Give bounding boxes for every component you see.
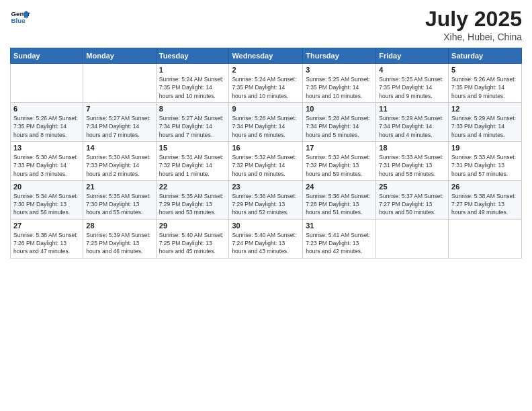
day-number: 26 xyxy=(451,183,519,191)
calendar-day-cell: 14Sunrise: 5:30 AM Sunset: 7:33 PM Dayli… xyxy=(83,141,156,180)
calendar-day-cell: 25Sunrise: 5:37 AM Sunset: 7:27 PM Dayli… xyxy=(376,180,449,219)
calendar-day-cell: 30Sunrise: 5:40 AM Sunset: 7:24 PM Dayli… xyxy=(229,219,303,258)
day-number: 23 xyxy=(232,183,300,191)
day-info: Sunrise: 5:38 AM Sunset: 7:26 PM Dayligh… xyxy=(13,231,80,256)
day-info: Sunrise: 5:25 AM Sunset: 7:35 PM Dayligh… xyxy=(306,75,373,100)
day-number: 18 xyxy=(379,144,445,152)
calendar-day-cell: 29Sunrise: 5:40 AM Sunset: 7:25 PM Dayli… xyxy=(156,219,229,258)
calendar-day-cell: 18Sunrise: 5:33 AM Sunset: 7:31 PM Dayli… xyxy=(376,141,449,180)
day-number: 25 xyxy=(379,183,445,191)
header: General Blue July 2025 Xihe, Hubei, Chin… xyxy=(10,7,522,42)
calendar-week-row: 27Sunrise: 5:38 AM Sunset: 7:26 PM Dayli… xyxy=(11,219,522,258)
weekday-header: Wednesday xyxy=(229,48,303,64)
day-info: Sunrise: 5:35 AM Sunset: 7:29 PM Dayligh… xyxy=(159,192,226,217)
day-info: Sunrise: 5:27 AM Sunset: 7:34 PM Dayligh… xyxy=(159,114,226,139)
day-number: 22 xyxy=(159,183,226,191)
calendar-day-cell: 19Sunrise: 5:33 AM Sunset: 7:31 PM Dayli… xyxy=(449,141,522,180)
day-number: 11 xyxy=(379,105,445,113)
calendar-day-cell: 24Sunrise: 5:36 AM Sunset: 7:28 PM Dayli… xyxy=(303,180,376,219)
calendar-day-cell: 11Sunrise: 5:29 AM Sunset: 7:34 PM Dayli… xyxy=(376,102,449,141)
calendar-day-cell: 16Sunrise: 5:32 AM Sunset: 7:32 PM Dayli… xyxy=(229,141,303,180)
calendar-day-cell: 17Sunrise: 5:32 AM Sunset: 7:32 PM Dayli… xyxy=(303,141,376,180)
day-number: 27 xyxy=(13,222,80,230)
day-number: 16 xyxy=(232,144,300,152)
day-info: Sunrise: 5:30 AM Sunset: 7:33 PM Dayligh… xyxy=(86,153,152,178)
day-info: Sunrise: 5:37 AM Sunset: 7:27 PM Dayligh… xyxy=(379,192,445,217)
day-number: 14 xyxy=(86,144,152,152)
day-number: 9 xyxy=(232,105,300,113)
day-info: Sunrise: 5:27 AM Sunset: 7:34 PM Dayligh… xyxy=(86,114,152,139)
calendar-week-row: 13Sunrise: 5:30 AM Sunset: 7:33 PM Dayli… xyxy=(11,141,522,180)
calendar-day-cell: 10Sunrise: 5:28 AM Sunset: 7:34 PM Dayli… xyxy=(303,102,376,141)
day-info: Sunrise: 5:38 AM Sunset: 7:27 PM Dayligh… xyxy=(451,192,519,217)
day-info: Sunrise: 5:26 AM Sunset: 7:35 PM Dayligh… xyxy=(451,75,519,100)
weekday-header: Tuesday xyxy=(156,48,229,64)
day-number: 5 xyxy=(451,66,519,74)
day-info: Sunrise: 5:35 AM Sunset: 7:30 PM Dayligh… xyxy=(86,192,152,217)
day-info: Sunrise: 5:40 AM Sunset: 7:24 PM Dayligh… xyxy=(232,231,300,256)
day-info: Sunrise: 5:30 AM Sunset: 7:33 PM Dayligh… xyxy=(13,153,80,178)
day-number: 28 xyxy=(86,222,152,230)
day-info: Sunrise: 5:31 AM Sunset: 7:32 PM Dayligh… xyxy=(159,153,226,178)
calendar-day-cell: 22Sunrise: 5:35 AM Sunset: 7:29 PM Dayli… xyxy=(156,180,229,219)
day-info: Sunrise: 5:40 AM Sunset: 7:25 PM Dayligh… xyxy=(159,231,226,256)
day-number: 20 xyxy=(13,183,80,191)
day-info: Sunrise: 5:26 AM Sunset: 7:35 PM Dayligh… xyxy=(13,114,80,139)
day-number: 1 xyxy=(159,66,226,74)
day-number: 4 xyxy=(379,66,445,74)
calendar-week-row: 6Sunrise: 5:26 AM Sunset: 7:35 PM Daylig… xyxy=(11,102,522,141)
day-info: Sunrise: 5:36 AM Sunset: 7:28 PM Dayligh… xyxy=(306,192,373,217)
day-info: Sunrise: 5:24 AM Sunset: 7:35 PM Dayligh… xyxy=(159,75,226,100)
day-number: 17 xyxy=(306,144,373,152)
weekday-header: Saturday xyxy=(449,48,522,64)
weekday-header: Sunday xyxy=(11,48,83,64)
calendar-day-cell: 5Sunrise: 5:26 AM Sunset: 7:35 PM Daylig… xyxy=(449,64,522,103)
day-info: Sunrise: 5:39 AM Sunset: 7:25 PM Dayligh… xyxy=(86,231,152,256)
day-info: Sunrise: 5:28 AM Sunset: 7:34 PM Dayligh… xyxy=(306,114,373,139)
calendar-header-row: SundayMondayTuesdayWednesdayThursdayFrid… xyxy=(11,48,522,64)
day-number: 19 xyxy=(451,144,519,152)
page: General Blue July 2025 Xihe, Hubei, Chin… xyxy=(0,0,532,411)
day-number: 15 xyxy=(159,144,226,152)
calendar-day-cell: 31Sunrise: 5:41 AM Sunset: 7:23 PM Dayli… xyxy=(303,219,376,258)
day-number: 29 xyxy=(159,222,226,230)
calendar-day-cell: 15Sunrise: 5:31 AM Sunset: 7:32 PM Dayli… xyxy=(156,141,229,180)
day-number: 31 xyxy=(306,222,373,230)
day-number: 13 xyxy=(13,144,80,152)
calendar-day-cell: 4Sunrise: 5:25 AM Sunset: 7:35 PM Daylig… xyxy=(376,64,449,103)
calendar-day-cell: 23Sunrise: 5:36 AM Sunset: 7:29 PM Dayli… xyxy=(229,180,303,219)
calendar-day-cell: 28Sunrise: 5:39 AM Sunset: 7:25 PM Dayli… xyxy=(83,219,156,258)
day-number: 7 xyxy=(86,105,152,113)
calendar-week-row: 1Sunrise: 5:24 AM Sunset: 7:35 PM Daylig… xyxy=(11,64,522,103)
logo-icon: General Blue xyxy=(10,7,30,27)
day-info: Sunrise: 5:32 AM Sunset: 7:32 PM Dayligh… xyxy=(232,153,300,178)
day-info: Sunrise: 5:29 AM Sunset: 7:34 PM Dayligh… xyxy=(379,114,445,139)
calendar-day-cell: 26Sunrise: 5:38 AM Sunset: 7:27 PM Dayli… xyxy=(449,180,522,219)
location-subtitle: Xihe, Hubei, China xyxy=(425,32,522,42)
svg-text:Blue: Blue xyxy=(11,17,26,24)
day-number: 2 xyxy=(232,66,300,74)
calendar-day-cell: 12Sunrise: 5:29 AM Sunset: 7:33 PM Dayli… xyxy=(449,102,522,141)
calendar-day-cell: 9Sunrise: 5:28 AM Sunset: 7:34 PM Daylig… xyxy=(229,102,303,141)
day-number: 8 xyxy=(159,105,226,113)
weekday-header: Thursday xyxy=(303,48,376,64)
calendar-day-cell: 3Sunrise: 5:25 AM Sunset: 7:35 PM Daylig… xyxy=(303,64,376,103)
calendar-day-cell: 8Sunrise: 5:27 AM Sunset: 7:34 PM Daylig… xyxy=(156,102,229,141)
day-number: 3 xyxy=(306,66,373,74)
day-number: 10 xyxy=(306,105,373,113)
day-number: 6 xyxy=(13,105,80,113)
day-number: 24 xyxy=(306,183,373,191)
weekday-header: Friday xyxy=(376,48,449,64)
calendar-day-cell: 27Sunrise: 5:38 AM Sunset: 7:26 PM Dayli… xyxy=(11,219,83,258)
calendar-day-cell: 20Sunrise: 5:34 AM Sunset: 7:30 PM Dayli… xyxy=(11,180,83,219)
logo: General Blue xyxy=(10,7,30,27)
day-info: Sunrise: 5:36 AM Sunset: 7:29 PM Dayligh… xyxy=(232,192,300,217)
calendar-week-row: 20Sunrise: 5:34 AM Sunset: 7:30 PM Dayli… xyxy=(11,180,522,219)
day-number: 12 xyxy=(451,105,519,113)
calendar-table: SundayMondayTuesdayWednesdayThursdayFrid… xyxy=(10,48,522,259)
month-title: July 2025 xyxy=(425,7,522,32)
day-info: Sunrise: 5:24 AM Sunset: 7:35 PM Dayligh… xyxy=(232,75,300,100)
calendar-day-cell: 7Sunrise: 5:27 AM Sunset: 7:34 PM Daylig… xyxy=(83,102,156,141)
day-info: Sunrise: 5:34 AM Sunset: 7:30 PM Dayligh… xyxy=(13,192,80,217)
day-info: Sunrise: 5:41 AM Sunset: 7:23 PM Dayligh… xyxy=(306,231,373,256)
